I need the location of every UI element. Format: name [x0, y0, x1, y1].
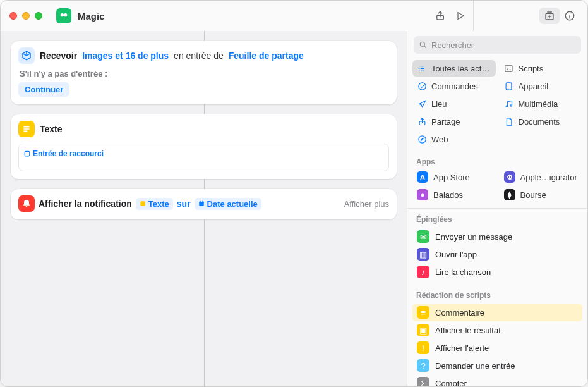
zoom-window-button[interactable] — [35, 12, 42, 20]
action-ouvrir-l-app[interactable]: ▥Ouvrir l'app — [412, 245, 582, 263]
search-icon — [419, 40, 428, 49]
category-documents[interactable]: Documents — [500, 113, 583, 130]
pinned-header: Épinglées — [407, 210, 587, 226]
app-label: App Store — [433, 173, 470, 182]
action-receive-card[interactable]: Recevoir Images et 16 de plus en entrée … — [11, 41, 397, 104]
minimize-window-button[interactable] — [22, 12, 30, 20]
action-demander-une-entr-e[interactable]: ?Demander une entrée — [412, 357, 582, 374]
notification-date-token-label: Date actuelle — [207, 199, 258, 209]
action-icon: ▥ — [417, 248, 429, 261]
app-bourse[interactable]: ⧫Bourse — [500, 187, 583, 203]
action-label: Afficher le résultat — [435, 326, 501, 335]
app-balados[interactable]: ●Balados — [412, 187, 496, 203]
action-commentaire[interactable]: ≡Commentaire — [412, 304, 582, 321]
check-icon — [417, 82, 427, 91]
library-scroll[interactable]: Toutes les acti…ScriptsCommandesAppareil… — [407, 59, 587, 386]
receive-types-token[interactable]: Images et 16 de plus — [82, 51, 169, 61]
app-label: Apple…igurator — [520, 173, 577, 182]
close-window-button[interactable] — [9, 12, 17, 20]
receive-icon — [18, 47, 35, 64]
svg-point-17 — [510, 104, 512, 106]
category-toutes-les-acti-[interactable]: Toutes les acti… — [412, 60, 496, 77]
action-label: Envoyer un message — [435, 232, 512, 242]
action-label: Ouvrir l'app — [435, 250, 477, 259]
notification-text-token-label: Texte — [148, 199, 169, 209]
category-label: Partage — [431, 117, 460, 126]
share-button[interactable] — [430, 7, 450, 25]
action-envoyer-un-message[interactable]: ✉Envoyer un message — [412, 228, 582, 245]
app-apple-igurator[interactable]: ⚙Apple…igurator — [500, 169, 583, 185]
action-icon: ! — [417, 341, 429, 354]
category-label: Commandes — [431, 82, 478, 91]
shortcut-title: Magic — [78, 11, 105, 22]
category-label: Toutes les acti… — [431, 64, 491, 73]
category-lieu[interactable]: Lieu — [412, 95, 496, 112]
notification-text-token[interactable]: Texte — [136, 198, 173, 210]
text-icon — [18, 121, 35, 137]
loc-icon — [417, 99, 427, 109]
shortcut-app-icon — [56, 8, 71, 23]
text-input-field[interactable]: Entrée de raccourci — [18, 144, 389, 171]
window-controls — [9, 12, 42, 20]
action-lire-la-chanson[interactable]: ♪Lire la chanson — [412, 263, 582, 281]
music-icon — [504, 99, 514, 109]
notification-show-more[interactable]: Afficher plus — [344, 199, 389, 209]
apps-grid: AApp Store⚙Apple…igurator●Balados⧫Bourse — [407, 169, 587, 207]
receive-source-token[interactable]: Feuille de partage — [229, 51, 304, 61]
notification-title: Afficher la notification — [39, 199, 132, 209]
app-icon: A — [417, 171, 428, 183]
text-title: Texte — [40, 124, 63, 134]
share-icon — [417, 117, 427, 126]
info-button[interactable] — [560, 7, 580, 25]
scripting-list: ≡Commentaire▣Afficher le résultat!Affich… — [407, 302, 587, 386]
category-appareil[interactable]: Appareil — [500, 78, 583, 94]
svg-rect-8 — [199, 202, 204, 206]
library-toggle-button[interactable] — [539, 8, 560, 24]
category-label: Appareil — [519, 82, 549, 91]
category-grid: Toutes les acti…ScriptsCommandesAppareil… — [407, 59, 587, 152]
action-afficher-l-alerte[interactable]: !Afficher l'alerte — [412, 339, 582, 357]
svg-rect-6 — [25, 151, 30, 156]
category-partage[interactable]: Partage — [412, 113, 496, 130]
svg-point-19 — [418, 135, 425, 142]
content-area: Recevoir Images et 16 de plus en entrée … — [1, 31, 587, 386]
action-icon: Σ — [417, 377, 429, 386]
app-icon: ● — [417, 189, 428, 200]
svg-point-15 — [508, 88, 509, 89]
text-variable-token[interactable]: Entrée de raccourci — [24, 149, 104, 158]
action-icon: ? — [417, 359, 429, 372]
safari-icon — [417, 135, 427, 144]
svg-point-11 — [420, 42, 424, 46]
library-divider-1 — [407, 208, 587, 209]
action-notification-card[interactable]: Afficher la notification Texte sur Date … — [11, 189, 397, 219]
notification-date-token[interactable]: Date actuelle — [195, 198, 261, 210]
receive-continue-button[interactable]: Continuer — [18, 82, 69, 97]
action-compter[interactable]: ΣCompter — [412, 374, 582, 386]
library-search[interactable]: Rechercher — [414, 36, 581, 54]
receive-noinput-label: S'il n'y a pas d'entrée : — [20, 69, 389, 78]
svg-rect-2 — [61, 14, 66, 16]
notification-sur: sur — [177, 199, 191, 209]
category-multim-dia[interactable]: Multimédia — [500, 95, 583, 112]
notification-icon — [18, 195, 35, 212]
category-web[interactable]: Web — [412, 131, 496, 147]
device-icon — [504, 82, 514, 91]
receive-middle: en entrée de — [174, 51, 224, 61]
run-button[interactable] — [450, 7, 471, 25]
action-label: Compter — [435, 379, 467, 387]
svg-point-16 — [506, 106, 508, 108]
action-icon: ≡ — [417, 306, 429, 319]
app-app-store[interactable]: AApp Store — [412, 169, 496, 185]
category-commandes[interactable]: Commandes — [412, 78, 496, 94]
action-afficher-le-r-sultat[interactable]: ▣Afficher le résultat — [412, 321, 582, 339]
workflow-canvas[interactable]: Recevoir Images et 16 de plus en entrée … — [1, 31, 407, 386]
titlebar: Magic — [1, 1, 587, 31]
category-label: Documents — [519, 117, 560, 126]
svg-rect-9 — [200, 201, 200, 202]
action-icon: ✉ — [417, 230, 429, 243]
app-label: Bourse — [520, 190, 546, 200]
list-icon — [417, 64, 427, 73]
scripting-header: Rédaction de scripts — [407, 286, 587, 302]
action-text-card[interactable]: Texte Entrée de raccourci — [11, 114, 397, 179]
category-scripts[interactable]: Scripts — [500, 60, 583, 77]
